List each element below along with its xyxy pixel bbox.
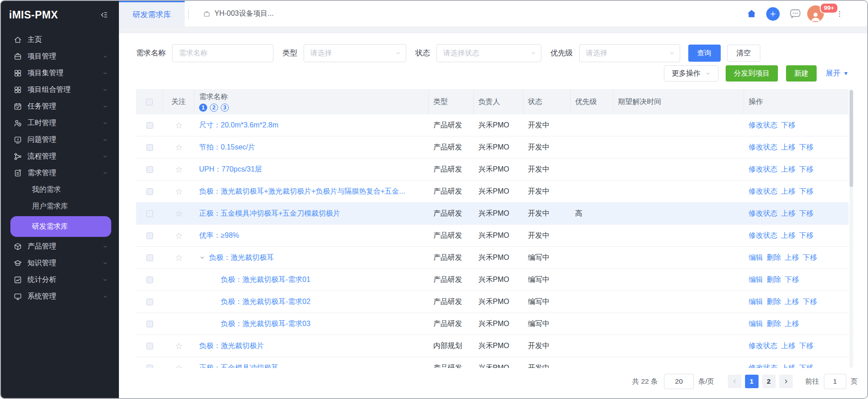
sidebar-item-analytics[interactable]: 统计分析 <box>1 272 119 288</box>
create-button[interactable]: 新建 <box>786 65 817 82</box>
action-link[interactable]: 下移 <box>803 297 817 307</box>
scrollbar-thumb[interactable] <box>850 90 853 187</box>
page-button-2[interactable]: 2 <box>762 375 776 388</box>
row-checkbox[interactable] <box>146 166 153 173</box>
action-link[interactable]: 编辑 <box>749 253 763 263</box>
row-checkbox[interactable] <box>146 210 153 217</box>
star-icon[interactable]: ☆ <box>175 187 182 196</box>
requirement-name-link[interactable]: 负极：激光裁切极耳-需求03 <box>221 319 310 329</box>
star-icon[interactable]: ☆ <box>175 254 182 262</box>
requirement-name-link[interactable]: 负极：激光裁切极片 <box>199 341 264 351</box>
table-scrollbar[interactable] <box>850 89 853 368</box>
requirement-name-link[interactable]: 优率：≥98% <box>199 231 239 240</box>
search-button[interactable]: 查询 <box>688 45 721 62</box>
requirement-name-link[interactable]: 正极：五金模具冲切极耳+五金刀模裁切极片 <box>199 209 340 218</box>
action-link[interactable]: 上移 <box>781 143 795 152</box>
messages-icon[interactable] <box>789 8 801 20</box>
action-link[interactable]: 下移 <box>799 165 813 174</box>
action-link[interactable]: 删除 <box>767 319 781 329</box>
clear-button[interactable]: 清空 <box>727 45 760 62</box>
home-icon[interactable] <box>746 9 757 19</box>
row-checkbox[interactable] <box>146 277 153 283</box>
sidebar-item-timesheet-mgmt[interactable]: 工时管理 <box>1 115 119 131</box>
action-link[interactable]: 修改状态 <box>749 341 777 351</box>
action-link[interactable]: 上移 <box>781 187 795 196</box>
star-icon[interactable]: ☆ <box>175 121 182 130</box>
requirement-name-link[interactable]: 负极：激光裁切极耳 <box>209 253 274 263</box>
action-link[interactable]: 上移 <box>781 231 795 240</box>
page-size-input[interactable] <box>664 374 694 389</box>
star-icon[interactable]: ☆ <box>175 165 182 174</box>
row-checkbox[interactable] <box>146 254 153 261</box>
page-button-1[interactable]: 1 <box>745 375 759 388</box>
goto-page-input[interactable] <box>824 374 846 389</box>
row-checkbox[interactable] <box>146 122 153 129</box>
action-link[interactable]: 上移 <box>785 253 799 263</box>
row-checkbox[interactable] <box>146 188 153 195</box>
sidebar-item-project-mgmt[interactable]: 项目管理 <box>1 48 119 65</box>
action-link[interactable]: 删除 <box>767 275 781 285</box>
sidebar-item-user-requirement-lib[interactable]: 用户需求库 <box>1 198 119 215</box>
action-link[interactable]: 修改状态 <box>749 143 777 152</box>
requirement-name-link[interactable]: 尺寸：20.0m*3.6m*2.8m <box>199 121 278 130</box>
sidebar-item-requirement-mgmt[interactable]: 需求管理 <box>1 165 119 181</box>
action-link[interactable]: 上移 <box>781 341 795 351</box>
action-link[interactable]: 下移 <box>799 209 813 218</box>
type-select[interactable] <box>304 44 406 62</box>
requirement-name-link[interactable]: 节拍：0.15sec/片 <box>199 143 255 152</box>
requirement-name-link[interactable]: UPH：770pcs/31层 <box>199 165 262 174</box>
requirement-name-link[interactable]: 负极：激光裁切极耳-需求01 <box>221 275 310 285</box>
tab-yh-003[interactable]: YH-003设备项目... <box>192 1 285 27</box>
star-icon[interactable]: ☆ <box>175 342 182 350</box>
action-link[interactable]: 上移 <box>781 363 795 368</box>
row-checkbox[interactable] <box>146 343 153 349</box>
row-checkbox[interactable] <box>146 232 153 239</box>
sidebar-item-program-mgmt[interactable]: 项目集管理 <box>1 65 119 82</box>
action-link[interactable]: 下移 <box>799 363 813 368</box>
row-checkbox[interactable] <box>146 365 153 368</box>
sidebar-item-product-mgmt[interactable]: 产品管理 <box>1 238 119 255</box>
tab-rd-requirement-lib[interactable]: 研发需求库 <box>119 1 185 27</box>
row-expand-icon[interactable] <box>199 254 205 261</box>
level-badge-2[interactable]: 2 <box>210 104 218 112</box>
action-link[interactable]: 修改状态 <box>749 165 777 174</box>
distribute-to-project-button[interactable]: 分发到项目 <box>726 65 778 82</box>
requirement-name-link[interactable]: 负极：激光裁切极耳+激光裁切极片+负极片与隔膜热复合+五金... <box>199 187 405 196</box>
sidebar-item-my-requirements[interactable]: 我的需求 <box>1 181 119 198</box>
star-icon[interactable]: ☆ <box>175 209 182 218</box>
expand-all-link[interactable]: 展开 ▼ <box>826 68 849 78</box>
row-checkbox[interactable] <box>146 321 153 327</box>
action-link[interactable]: 下移 <box>785 275 799 285</box>
action-link[interactable]: 上移 <box>785 319 799 329</box>
star-icon[interactable]: ☆ <box>175 231 182 240</box>
action-link[interactable]: 下移 <box>803 253 817 263</box>
action-link[interactable]: 下移 <box>799 187 813 196</box>
more-actions-button[interactable]: 更多操作 <box>664 65 718 82</box>
action-link[interactable]: 删除 <box>767 297 781 307</box>
sidebar-item-rd-requirement-lib[interactable]: 研发需求库 <box>10 216 111 237</box>
action-link[interactable]: 上移 <box>781 165 795 174</box>
level-badge-1[interactable]: 1 <box>199 104 207 112</box>
action-link[interactable]: 删除 <box>767 253 781 263</box>
requirement-name-link[interactable]: 负极：激光裁切极耳-需求02 <box>221 297 310 307</box>
level-badge-3[interactable]: 3 <box>221 104 229 112</box>
action-link[interactable]: 下移 <box>799 143 813 152</box>
action-link[interactable]: 编辑 <box>749 275 763 285</box>
sidebar-item-system-mgmt[interactable]: 系统管理 <box>1 288 119 305</box>
action-link[interactable]: 编辑 <box>749 319 763 329</box>
action-link[interactable]: 修改状态 <box>749 121 777 130</box>
action-link[interactable]: 编辑 <box>749 297 763 307</box>
next-page-button[interactable] <box>779 375 793 388</box>
requirement-name-link[interactable]: 正极：五金模具冲切极耳 <box>199 363 278 368</box>
sidebar-item-knowledge-mgmt[interactable]: 知识管理 <box>1 255 119 272</box>
action-link[interactable]: 上移 <box>785 297 799 307</box>
sidebar-item-portfolio-mgmt[interactable]: 项目组合管理 <box>1 82 119 98</box>
action-link[interactable]: 下移 <box>781 121 795 130</box>
action-link[interactable]: 下移 <box>799 231 813 240</box>
priority-select[interactable] <box>579 44 680 62</box>
select-all-checkbox[interactable] <box>146 99 153 105</box>
sidebar-item-task-mgmt[interactable]: 任务管理 <box>1 98 119 115</box>
star-icon[interactable]: ☆ <box>175 364 182 368</box>
action-link[interactable]: 修改状态 <box>749 209 777 218</box>
status-select[interactable] <box>436 44 541 62</box>
